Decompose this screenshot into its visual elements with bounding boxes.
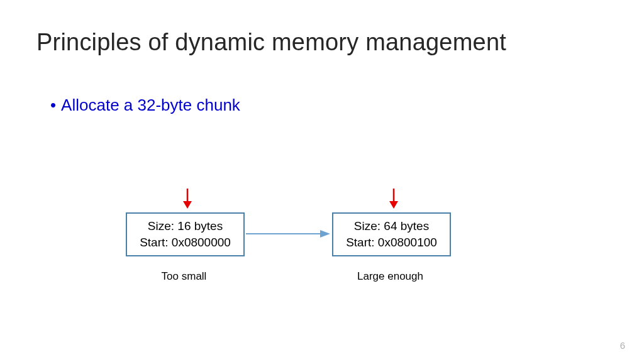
pointer-arrow-icon: [183, 187, 192, 209]
node-size-label: Size: 16 bytes: [148, 218, 223, 234]
page-number: 6: [620, 340, 625, 351]
memory-block-node: Size: 64 bytes Start: 0x0800100: [332, 212, 451, 256]
bullet-item: • Allocate a 32-byte chunk: [50, 96, 240, 115]
node-size-label: Size: 64 bytes: [354, 218, 429, 234]
node-start-label: Start: 0x0800000: [140, 234, 231, 251]
link-arrow-icon: [245, 229, 330, 239]
bullet-dot-icon: •: [50, 97, 56, 113]
node-caption: Too small: [126, 270, 242, 283]
svg-marker-5: [320, 230, 330, 238]
svg-marker-1: [183, 201, 192, 209]
pointer-arrow-icon: [389, 187, 398, 209]
node-start-label: Start: 0x0800100: [346, 234, 437, 251]
svg-marker-3: [389, 201, 398, 209]
node-caption: Large enough: [332, 270, 448, 283]
memory-block-node: Size: 16 bytes Start: 0x0800000: [126, 212, 245, 256]
slide-title: Principles of dynamic memory management: [36, 29, 506, 56]
bullet-text: Allocate a 32-byte chunk: [61, 96, 240, 115]
